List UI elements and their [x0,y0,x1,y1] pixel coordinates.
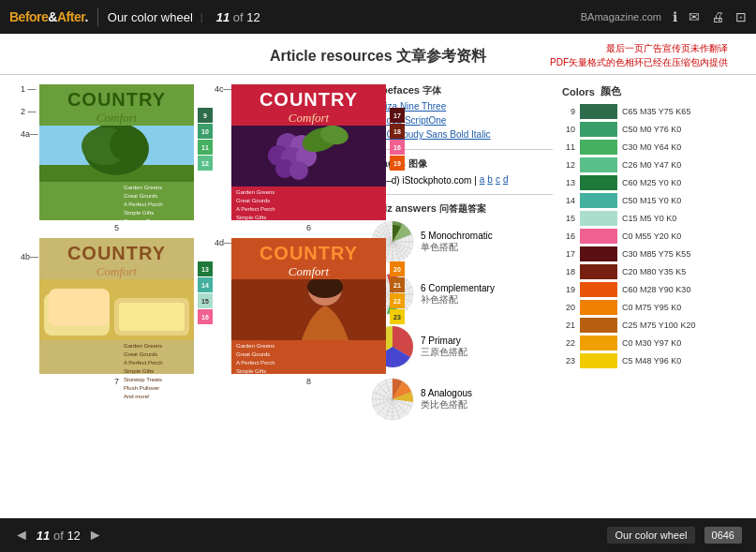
info-icon[interactable]: ℹ [673,9,677,24]
pillow-svg [39,279,194,340]
typeface-2-link[interactable]: Sloop ScriptOne [378,115,447,126]
quiz-5-num-name: 5 Monochromatic [421,231,493,241]
color-row-12: 12 C26 M0 Y47 K0 [562,157,737,172]
bottombar-right: Our color wheel 0646 [607,527,742,544]
color-row-9: 9 C65 M35 Y75 K65 [562,104,737,119]
color-swatch-10 [580,122,617,137]
topbar-divider [97,7,98,26]
svg-rect-18 [49,289,110,326]
color-row-13: 13 C60 M25 Y0 K0 [562,175,737,190]
cover-7: COUNTRY Comfort [39,238,194,374]
cover8-scene [231,279,386,340]
cover5-scene [39,126,194,182]
quiz-item-5: 5 Monochromatic 单色搭配 [370,219,553,264]
topbar-right: BAmagazine.com ℹ ✉ 🖨 ⊡ [581,9,747,24]
color-row-20: 20 C0 M75 Y95 K0 [562,300,737,315]
color-swatch-13 [580,175,617,190]
color-swatch-22 [580,336,617,351]
topbar-page: 11 of 12 [216,10,260,24]
color-row-14: 14 C50 M15 Y0 K0 [562,193,737,208]
image-link-d[interactable]: d [503,174,509,185]
quiz-5-text: 5 Monochromatic 单色搭配 [421,231,493,254]
topbar: Before&After. Our color wheel | 11 of 12… [0,0,756,34]
color-swatch-15 [580,211,617,226]
content-area: 1 — 2 — 4a— COUNTRY Comfort [0,75,756,518]
color-swatch-21 [580,318,617,333]
color-swatch-18 [580,264,617,279]
article-title: Article resources 文章参考资料 [270,48,486,64]
cover7-swatches: 13 14 15 16 [198,261,213,324]
color-swatch-11 [580,140,617,155]
next-page-button[interactable]: ► [88,527,103,544]
email-icon[interactable]: ✉ [689,9,700,24]
cover-6: COUNTRY Comfort [231,84,386,220]
quiz-item-7: 7 Primary 三原色搭配 [370,324,553,369]
cover6-scene [231,126,386,186]
article-header: Article resources 文章参考资料 最后一页广告宣传页未作翻译 P… [0,34,756,75]
color-row-15: 15 C15 M5 Y0 K0 [562,211,737,226]
cover8-text: Garden GreensGreat GourdsA Perfect Porch… [231,340,386,403]
grapes-svg [231,126,386,186]
quiz-item-8: 8 Analogous 类比色搭配 [370,377,553,422]
typefaces-title: Typefaces 字体 [370,84,553,97]
color-row-16: 16 C0 M55 Y20 K0 [562,229,737,244]
color-swatch-12 [580,157,617,172]
color-swatch-14 [580,193,617,208]
quiz-8-text: 8 Analogous 类比色搭配 [421,388,472,411]
image-link-b[interactable]: b [487,174,493,185]
color-swatch-20 [580,300,617,315]
cover8-swatches: 20 21 22 23 [390,261,405,324]
svg-point-5 [110,127,147,161]
topbar-url: BAmagazine.com [581,11,661,22]
svg-rect-20 [119,303,185,331]
cover7-text: Garden GreensGreat GourdsA Perfect Porch… [119,340,194,403]
image-link-a[interactable]: a [480,174,485,185]
color-row-22: 22 C0 M30 Y97 K0 [562,336,737,351]
prev-page-button[interactable]: ◄ [14,527,29,544]
color-swatch-17 [580,246,617,261]
color-swatch-16 [580,229,617,244]
cover-8-wrapper: 4d— COUNTRY Comfort [231,238,386,386]
article-notice: 最后一页广告宣传页未作翻译 PDF矢量格式的色相环已经在压缩包内提供 [550,41,728,69]
cover-7-wrapper: 4b— COUNTRY Comfort [39,238,194,386]
cover5-swatches: 9 10 11 12 [198,108,213,171]
color-row-23: 23 C5 M48 Y96 K0 [562,353,737,368]
cover-5: COUNTRY Comfort [39,84,194,220]
covers-row-1: 1 — 2 — 4a— COUNTRY Comfort [19,84,361,232]
covers-row-2: 4b— COUNTRY Comfort [19,238,361,386]
page-num-tag: 0646 [704,527,742,544]
tree-svg [39,126,194,182]
colors-panel: Colors 颜色 9 C65 M35 Y75 K65 10 C50 M0 Y7… [562,84,737,518]
cover5-text: Garden GreensGreat GourdsA Perfect Porch… [119,182,194,245]
main-content: Article resources 文章参考资料 最后一页广告宣传页未作翻译 P… [0,34,756,518]
bottom-page-info: 11 of 12 [37,529,81,543]
svg-point-13 [289,161,308,180]
cover6-swatches: 17 18 16 19 [390,108,405,171]
divider-2 [370,194,553,195]
quiz-6-text: 6 Complementary 补色搭配 [421,283,495,306]
cover-6-wrapper: 4c— COUNTRY Comfort [231,84,386,232]
color-row-17: 17 C30 M85 Y75 K55 [562,246,737,261]
color-row-21: 21 C25 M75 Y100 K20 [562,318,737,333]
bottombar: ◄ 11 of 12 ► Our color wheel 0646 [0,518,756,552]
quiz-title: Quiz answers 问答题答案 [370,202,553,216]
woman-svg [231,279,386,340]
cover5-left-labels: 1 — 2 — 4a— [21,84,38,139]
cover-8: COUNTRY Comfort [231,238,386,374]
images-content: 4 (a–d) iStockphoto.com | a b c d [370,174,553,186]
bookmark-icon[interactable]: ⊡ [735,9,747,24]
cover-5-wrapper: 1 — 2 — 4a— COUNTRY Comfort [39,84,194,232]
color-row-19: 19 C60 M28 Y90 K30 [562,282,737,297]
color-row-11: 11 C30 M0 Y64 K0 [562,140,737,155]
print-icon[interactable]: 🖨 [711,9,724,24]
color-swatch-23 [580,353,617,368]
image-link-c[interactable]: c [496,174,500,185]
article-name-tag: Our color wheel [607,527,694,544]
topbar-title: Our color wheel [108,10,193,24]
covers-section: 1 — 2 — 4a— COUNTRY Comfort [19,84,361,518]
typeface-1-link[interactable]: Giza Nine Three [378,101,447,112]
color-row-18: 18 C20 M80 Y35 K5 [562,264,737,279]
quiz-7-text: 7 Primary 三原色搭配 [421,336,467,359]
brand-logo: Before&After. [9,9,88,24]
colors-header: Colors 颜色 [562,84,737,98]
